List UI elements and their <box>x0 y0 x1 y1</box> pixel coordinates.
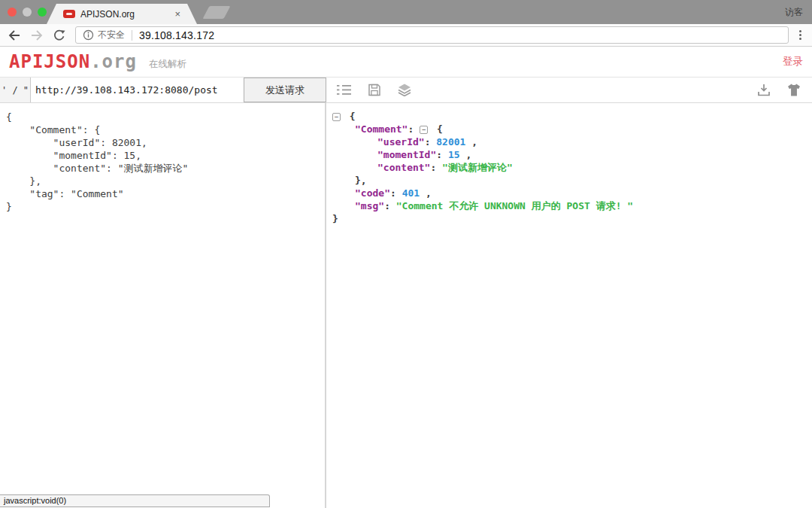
theme-shirt-icon[interactable] <box>786 84 801 96</box>
security-label: 不安全 <box>98 29 125 41</box>
logo-primary: APIJSON <box>9 51 90 72</box>
json-token-plain: : <box>384 200 396 211</box>
json-token-str: "测试新增评论" <box>442 162 513 173</box>
json-token-num: 401 <box>402 187 420 199</box>
browser-toolbar: 不安全 39.108.143.172 <box>0 24 812 47</box>
json-token-key: "momentId" <box>377 149 436 160</box>
site-logo[interactable]: APIJSON.org <box>9 51 137 72</box>
tab-close-icon[interactable]: × <box>174 8 180 20</box>
json-token-plain: } <box>332 213 338 224</box>
send-request-button[interactable]: 发送请求 <box>244 78 326 102</box>
json-token-key: "userId" <box>377 136 425 148</box>
json-token-plain: , <box>460 149 472 160</box>
request-url-input[interactable] <box>31 78 244 102</box>
json-line: "msg": "Comment 不允许 UNKNOWN 用户的 POST 请求!… <box>332 199 806 212</box>
json-token-plain: : <box>408 123 420 135</box>
json-token-plain: : <box>390 187 402 199</box>
logo-suffix: .org <box>90 51 137 72</box>
reload-icon[interactable] <box>53 29 66 41</box>
url-text: 39.108.143.172 <box>139 29 214 41</box>
browser-tab[interactable]: APIJSON.org × <box>47 4 197 24</box>
json-token-plain: : <box>425 136 437 148</box>
omnibox-divider <box>132 30 132 41</box>
layers-icon[interactable] <box>397 84 412 96</box>
response-panel: − {"Comment": − {"userId": 82001 ,"momen… <box>326 103 812 508</box>
json-line: "momentId": 15 , <box>332 148 806 161</box>
json-token-key: "msg" <box>355 200 384 211</box>
json-line: }, <box>332 174 806 187</box>
json-line: "content": "测试新增评论" <box>332 161 806 174</box>
json-line: } <box>332 212 806 225</box>
format-list-icon[interactable] <box>337 84 352 96</box>
request-editor[interactable]: { "Comment": { "userId": 82001, "momentI… <box>6 111 319 213</box>
close-window-button[interactable] <box>8 8 17 17</box>
save-icon[interactable] <box>367 84 382 96</box>
json-token-plain: : <box>436 149 448 160</box>
json-token-key: "content" <box>377 162 430 173</box>
minimize-window-button[interactable] <box>23 8 32 17</box>
quote-toggle-button[interactable]: ' / " <box>0 78 31 102</box>
json-token-plain: { <box>344 111 356 122</box>
json-token-str: "Comment 不允许 UNKNOWN 用户的 POST 请求! " <box>396 200 633 211</box>
login-link[interactable]: 登录 <box>783 55 803 68</box>
collapse-toggle-icon[interactable]: − <box>332 113 341 121</box>
json-token-plain: , <box>465 136 477 148</box>
tab-title: APIJSON.org <box>80 9 170 20</box>
apijson-favicon-icon <box>63 10 75 18</box>
json-token-plain: , <box>420 187 432 199</box>
collapse-toggle-icon[interactable]: − <box>420 126 428 134</box>
json-line: "Comment": − { <box>332 123 806 135</box>
json-token-key: "code" <box>355 187 390 199</box>
request-bar: ' / " 发送请求 <box>0 78 812 103</box>
request-controls: ' / " 发送请求 <box>0 78 326 102</box>
forward-icon[interactable] <box>30 29 44 41</box>
request-panel: { "Comment": { "userId": 82001, "momentI… <box>0 103 326 508</box>
download-icon[interactable] <box>756 84 771 96</box>
json-token-num: 15 <box>448 149 460 160</box>
window-controls <box>8 8 47 17</box>
site-subtitle: 在线解析 <box>149 53 186 71</box>
json-token-plain: { <box>431 123 443 135</box>
json-line: "userId": 82001 , <box>332 135 806 148</box>
json-token-num: 82001 <box>436 136 465 148</box>
address-bar[interactable]: 不安全 39.108.143.172 <box>75 26 789 44</box>
json-line: "code": 401 , <box>332 187 806 199</box>
profile-label: 访客 <box>785 6 803 19</box>
new-tab-button[interactable] <box>202 6 230 19</box>
tab-strip: APIJSON.org × 访客 <box>0 0 812 24</box>
info-icon[interactable] <box>83 29 94 41</box>
back-icon[interactable] <box>8 29 21 41</box>
browser-menu-icon[interactable] <box>796 28 804 42</box>
json-token-key: "Comment" <box>355 123 408 135</box>
json-token-plain: }, <box>355 175 367 186</box>
json-line: − { <box>332 110 806 123</box>
main-content: { "Comment": { "userId": 82001, "momentI… <box>0 103 812 508</box>
json-token-plain: : <box>430 162 442 173</box>
status-bar: javascript:void(0) <box>0 494 270 507</box>
zoom-window-button[interactable] <box>38 8 47 17</box>
browser-window: APIJSON.org × 访客 不安全 39.108.143.172 <box>0 0 812 508</box>
site-header: APIJSON.org 在线解析 登录 <box>0 47 812 78</box>
response-toolbar <box>326 78 812 102</box>
response-json-viewer: − {"Comment": − {"userId": 82001 ,"momen… <box>332 110 806 225</box>
